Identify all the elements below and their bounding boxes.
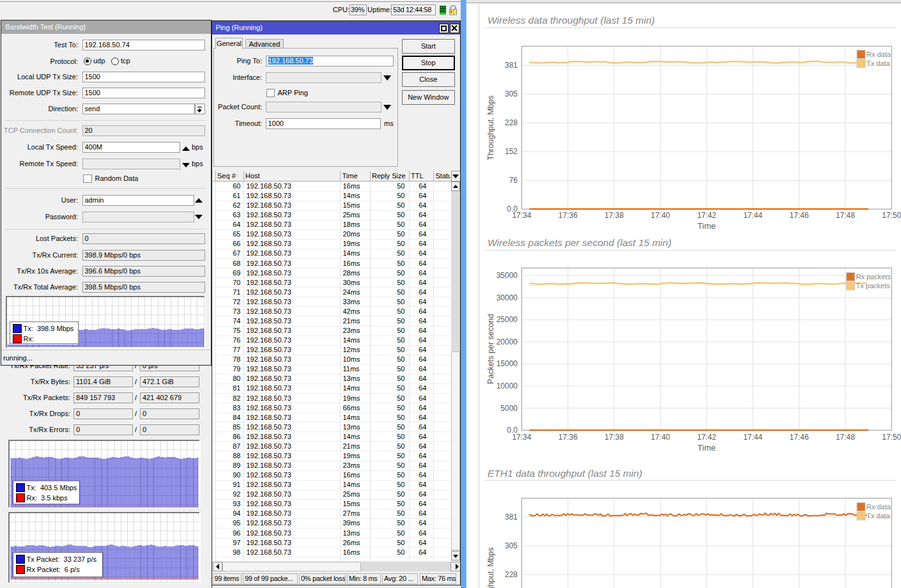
svg-text:ETH1 data throughput (last 15: ETH1 data throughput (last 15 min) — [488, 468, 642, 479]
svg-text:17:38: 17:38 — [605, 433, 624, 442]
svg-text:35000: 35000 — [497, 271, 518, 280]
svg-text:17:38: 17:38 — [605, 211, 624, 220]
svg-text:17:36: 17:36 — [558, 433, 578, 442]
svg-text:25000: 25000 — [497, 315, 518, 324]
svg-text:228: 228 — [505, 570, 518, 579]
svg-text:Tx packets: Tx packets — [856, 282, 891, 290]
svg-text:Tx data: Tx data — [866, 59, 891, 67]
svg-text:Wireless data throughput (last: Wireless data throughput (last 15 min) — [488, 15, 655, 26]
svg-text:Throughput, Mbps: Throughput, Mbps — [486, 95, 495, 160]
svg-text:Time: Time — [698, 443, 716, 453]
svg-text:Tx data: Tx data — [866, 512, 891, 520]
svg-text:17:46: 17:46 — [790, 211, 809, 220]
svg-text:Rx data: Rx data — [866, 503, 891, 511]
svg-text:17:44: 17:44 — [743, 433, 762, 442]
svg-text:17:42: 17:42 — [697, 211, 716, 220]
svg-text:17:42: 17:42 — [697, 433, 716, 442]
svg-text:Packets per second: Packets per second — [486, 314, 495, 384]
svg-text:Rx data: Rx data — [866, 50, 891, 58]
svg-text:Time: Time — [698, 221, 716, 231]
svg-text:17:36: 17:36 — [558, 211, 578, 220]
svg-text:5000: 5000 — [500, 404, 518, 413]
svg-text:17:48: 17:48 — [836, 211, 855, 220]
svg-text:Rx packets: Rx packets — [856, 273, 891, 281]
svg-text:17:34: 17:34 — [512, 433, 531, 442]
svg-text:Wireless packets per second (l: Wireless packets per second (last 15 min… — [488, 237, 672, 248]
svg-text:30000: 30000 — [497, 293, 518, 302]
svg-text:381: 381 — [505, 61, 518, 70]
svg-text:10000: 10000 — [497, 382, 518, 391]
svg-text:17:48: 17:48 — [836, 433, 855, 442]
svg-text:305: 305 — [505, 89, 518, 98]
svg-text:17:50: 17:50 — [882, 211, 901, 220]
svg-text:76: 76 — [509, 176, 518, 185]
svg-text:Throughput, Mbps: Throughput, Mbps — [486, 547, 495, 588]
svg-text:17:50: 17:50 — [882, 433, 901, 442]
svg-text:17:40: 17:40 — [651, 433, 670, 442]
svg-text:17:34: 17:34 — [512, 211, 531, 220]
svg-text:305: 305 — [505, 541, 518, 550]
svg-text:17:44: 17:44 — [743, 211, 762, 220]
svg-text:15000: 15000 — [497, 359, 518, 368]
svg-text:17:46: 17:46 — [790, 433, 809, 442]
svg-text:152: 152 — [505, 147, 518, 156]
svg-text:20000: 20000 — [497, 337, 518, 346]
svg-text:17:40: 17:40 — [651, 211, 670, 220]
svg-text:381: 381 — [505, 513, 518, 522]
svg-text:228: 228 — [505, 118, 518, 127]
